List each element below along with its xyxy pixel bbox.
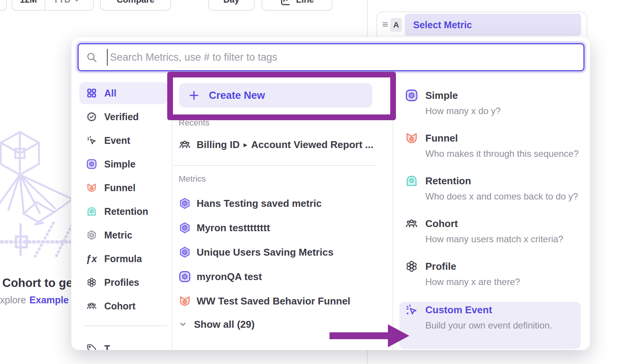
funnel-icon [179, 295, 191, 307]
saved-metric-hexagon-icon [179, 222, 191, 234]
sidebar-item-funnel[interactable]: Funnel [79, 177, 168, 199]
sidebar-item-event[interactable]: Event [79, 129, 168, 151]
type-option-custom-event[interactable]: Custom Event Build your own event defini… [399, 303, 585, 344]
range-ytd-button[interactable]: YTD [45, 0, 87, 10]
recent-item-billing-id[interactable]: Billing ID ▸ Account Viewed Report ... [179, 136, 373, 153]
funnel-icon [86, 182, 97, 193]
simple-metric-icon [179, 271, 191, 283]
sidebar-item-retention[interactable]: Retention [79, 200, 168, 222]
retention-icon [86, 206, 97, 217]
drag-handle-icon[interactable] [381, 21, 389, 28]
series-a-badge: A [390, 18, 402, 32]
grid-icon [86, 87, 97, 99]
sidebar-item-cohort[interactable]: Cohort [79, 295, 168, 317]
recents-metrics-divider [174, 165, 375, 166]
range-12m-button[interactable]: 12M [12, 0, 45, 10]
metric-list-item[interactable]: Myron testttttttt [179, 219, 270, 236]
sidebar-item-formula[interactable]: ƒx Formula [79, 248, 168, 270]
compare-button[interactable]: Compare [100, 0, 171, 11]
sidebar-item-verified[interactable]: Verified [79, 106, 168, 128]
create-new-button[interactable]: Create New [179, 83, 372, 108]
type-option-cohort[interactable]: Cohort How many users match x criteria? [399, 217, 585, 258]
show-all-toggle[interactable]: Show all (29) [179, 316, 255, 333]
metric-hexagon-icon [86, 229, 97, 241]
type-option-retention[interactable]: Retention Who does x and comes back to d… [399, 174, 585, 215]
cohort-people-icon [405, 217, 419, 231]
custom-event-cursor-icon [405, 303, 419, 317]
event-cursor-icon [86, 135, 97, 146]
verified-badge-icon [86, 111, 97, 122]
sidebar-item-profiles[interactable]: Profiles [79, 271, 168, 293]
text-caret [107, 49, 108, 66]
example-link[interactable]: Example [29, 295, 69, 306]
sidebar-item-tags[interactable]: T [79, 338, 168, 350]
line-chart-icon [280, 0, 291, 6]
metrics-section-label: Metrics [179, 174, 206, 184]
toolbar-button-partial[interactable] [0, 0, 7, 11]
tag-icon [86, 343, 97, 350]
profiles-flower-icon [86, 277, 97, 288]
metric-list-item[interactable]: WW Test Saved Behavior Funnel [179, 293, 350, 309]
formula-fx-icon: ƒx [86, 253, 97, 264]
retention-icon [405, 174, 419, 188]
metric-search [78, 43, 585, 71]
chevron-down-icon [179, 320, 187, 329]
date-range-segmented-control[interactable]: 12M YTD [11, 0, 94, 11]
saved-metric-hexagon-icon [179, 246, 191, 258]
sidebar-section-divider [84, 325, 168, 326]
cohort-people-icon [86, 300, 97, 312]
search-icon [86, 52, 97, 63]
line-chart-type-button[interactable]: Line [262, 0, 333, 11]
sidebar-item-all[interactable]: All [79, 82, 168, 104]
sidebar-item-metric[interactable]: Metric [79, 224, 168, 246]
search-input[interactable] [78, 43, 585, 71]
sidebar-divider [172, 77, 173, 350]
type-option-funnel[interactable]: Funnel Who makes it through this sequenc… [399, 132, 585, 172]
chevron-down-icon [74, 0, 80, 3]
select-metric-popover: All Verified Event Simple Funnel Retenti… [71, 37, 590, 350]
type-option-profile[interactable]: Profile How many x are there? [399, 260, 585, 300]
breadcrumb-arrow: ▸ [244, 140, 247, 149]
funnel-icon [405, 132, 419, 145]
cohort-people-icon [179, 139, 191, 151]
recents-section-label: Recents [179, 118, 210, 128]
type-option-simple[interactable]: Simple How many x do y? [399, 89, 585, 129]
metric-list-item[interactable]: myronQA test [179, 268, 262, 285]
simple-metric-icon [86, 158, 97, 170]
metric-list-item[interactable]: Unique Users Saving Metrics [179, 244, 333, 261]
plus-icon [188, 90, 200, 101]
sidebar-item-simple[interactable]: Simple [79, 153, 168, 175]
empty-state-headline: Cohort to ge [2, 276, 73, 290]
profiles-flower-icon [405, 260, 419, 274]
metric-list-item[interactable]: Hans Testing saved metric [179, 195, 322, 212]
day-granularity-button[interactable]: Day [208, 0, 255, 11]
saved-metric-hexagon-icon [179, 197, 191, 209]
types-divider [392, 77, 393, 350]
explore-text: xplore [0, 295, 26, 306]
select-metric-field[interactable]: Select Metric [405, 14, 581, 36]
empty-state-subtext: xplore Example [0, 295, 73, 306]
simple-metric-icon [405, 89, 419, 103]
app-window: 12M YTD Compare Day Line A Select Metric [0, 0, 617, 364]
